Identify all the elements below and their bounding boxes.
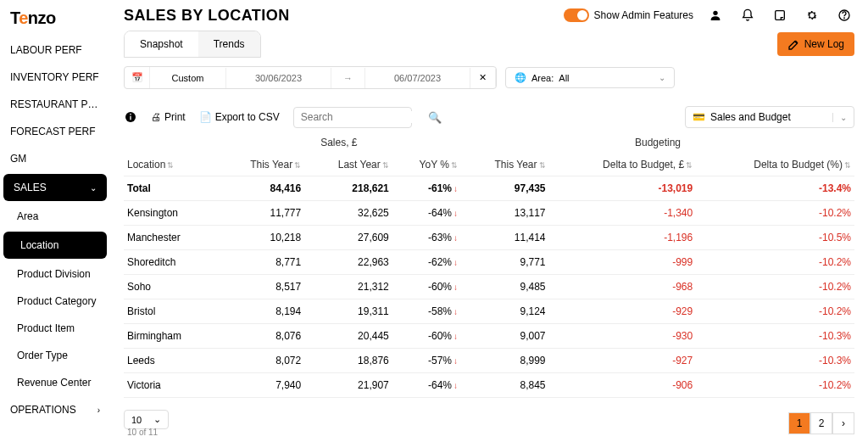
- cell: -1,340: [549, 201, 697, 226]
- column-header[interactable]: Location⇅: [124, 154, 217, 176]
- table-row: Victoria7,94021,907-64%↓8,845-906-10.2%: [124, 373, 854, 398]
- cell: -10.2%: [696, 275, 854, 299]
- next-page-button[interactable]: ›: [832, 412, 854, 434]
- nav-item[interactable]: RESTAURANT PER...: [0, 91, 110, 118]
- cell: 22,963: [304, 250, 392, 275]
- table-row: Shoreditch8,77122,963-62%↓9,771-999-10.2…: [124, 250, 854, 275]
- table-row: Birmingham8,07620,445-60%↓9,007-930-10.3…: [124, 324, 854, 349]
- cell: -58%↓: [392, 299, 461, 324]
- nav-sub-item[interactable]: Revenue Center: [0, 369, 110, 396]
- cell: 27,609: [304, 226, 392, 250]
- nav-sub-item[interactable]: Location: [3, 232, 107, 259]
- cell: 19,311: [304, 299, 392, 324]
- user-icon[interactable]: [705, 5, 726, 25]
- nav-sub-item[interactable]: Area: [0, 203, 110, 230]
- search-input[interactable]: 🔍: [293, 107, 412, 128]
- cell: -61%↓: [392, 176, 461, 201]
- svg-point-3: [844, 18, 845, 19]
- note-icon[interactable]: [770, 5, 790, 25]
- chevron-down-icon: ⌄: [90, 183, 97, 193]
- nav-sales[interactable]: SALES⌄: [3, 174, 107, 201]
- gear-icon[interactable]: [802, 5, 822, 25]
- tab[interactable]: Snapshot: [125, 31, 198, 57]
- cell: Manchester: [124, 226, 217, 250]
- cell: 6,878: [217, 398, 305, 406]
- cell: 21,312: [304, 275, 392, 299]
- chevron-down-icon: ⌄: [153, 414, 161, 425]
- column-header[interactable]: This Year⇅: [217, 154, 305, 176]
- nav-sub-item[interactable]: Product Division: [0, 260, 110, 288]
- cell: -906: [549, 373, 697, 398]
- nav-item[interactable]: INVENTORY PERF: [0, 64, 110, 91]
- print-button[interactable]: 🖨Print: [151, 111, 186, 123]
- search-icon: 🔍: [428, 111, 442, 124]
- data-table: Sales, £ Budgeting Location⇅This Year⇅La…: [110, 137, 868, 405]
- svg-rect-5: [130, 116, 131, 120]
- nav-sub-item[interactable]: Product Item: [0, 315, 110, 342]
- arrow-right-icon: →: [331, 68, 365, 88]
- page-button[interactable]: 2: [810, 412, 832, 434]
- logo: Tenzo: [0, 7, 110, 36]
- globe-icon: 🌐: [515, 72, 526, 83]
- cell: -64%↓: [392, 201, 461, 226]
- column-header[interactable]: Delta to Budget (%)⇅: [696, 154, 854, 176]
- new-log-button[interactable]: New Log: [777, 32, 854, 56]
- search-field[interactable]: [301, 111, 428, 123]
- cell: Victoria: [124, 373, 217, 398]
- table-row: Total84,416218,621-61%↓97,435-13,019-13.…: [124, 176, 854, 201]
- export-csv-button[interactable]: 📄Export to CSV: [199, 111, 280, 123]
- card-icon: 💳: [693, 111, 705, 123]
- cell: 8,771: [217, 250, 305, 275]
- cell: Shoreditch: [124, 250, 217, 275]
- cell: -10.2%: [696, 373, 854, 398]
- nav-sub-item[interactable]: Order Type: [0, 342, 110, 369]
- tab[interactable]: Trends: [198, 31, 260, 57]
- table-row: Kensington11,77732,625-64%↓13,117-1,340-…: [124, 201, 854, 226]
- chevron-down-icon: ⌄: [659, 73, 665, 82]
- row-count: 10 of 11: [127, 428, 169, 437]
- main: SALES BY LOCATION Show Admin Features Sn…: [110, 0, 868, 442]
- chevron-right-icon: ›: [97, 406, 100, 415]
- col-group-sales: Sales, £: [217, 137, 461, 154]
- cell: 18,876: [304, 349, 392, 373]
- cell: 21,907: [304, 373, 392, 398]
- info-icon[interactable]: [124, 110, 137, 124]
- area-filter[interactable]: 🌐 Area: All ⌄: [505, 67, 675, 88]
- nav-item[interactable]: FORECAST PERF: [0, 118, 110, 145]
- column-header[interactable]: YoY %⇅: [392, 154, 461, 176]
- table-row: Manchester10,21827,609-63%↓11,414-1,196-…: [124, 226, 854, 250]
- date-range-picker[interactable]: 📅 Custom 30/06/2023 → 06/07/2023 ✕: [124, 66, 497, 89]
- page-button[interactable]: 1: [788, 412, 810, 434]
- print-icon: 🖨: [151, 111, 161, 123]
- cell: Bristol: [124, 299, 217, 324]
- pagination: 12›: [788, 412, 854, 434]
- cell: -62%↓: [392, 250, 461, 275]
- cell: -63%↓: [392, 398, 461, 406]
- calendar-icon: 📅: [125, 67, 150, 88]
- clear-date-icon[interactable]: ✕: [470, 67, 496, 88]
- file-icon: 📄: [199, 111, 212, 123]
- cell: 8,999: [461, 349, 549, 373]
- admin-toggle[interactable]: Show Admin Features: [564, 8, 693, 22]
- bell-icon[interactable]: [737, 5, 758, 25]
- help-icon[interactable]: [834, 5, 854, 25]
- page-title: SALES BY LOCATION: [124, 7, 552, 25]
- cell: Leeds: [124, 349, 217, 373]
- cell: 97,435: [461, 176, 549, 201]
- column-header[interactable]: This Year⇅: [461, 154, 549, 176]
- nav-operations[interactable]: OPERATIONS›: [0, 396, 110, 423]
- column-header[interactable]: Last Year⇅: [304, 154, 392, 176]
- cell: 10,218: [217, 226, 305, 250]
- column-header[interactable]: Delta to Budget, £⇅: [549, 154, 697, 176]
- cell: -1,196: [549, 226, 697, 250]
- cell: -63%↓: [392, 226, 461, 250]
- page-size-select[interactable]: 10⌄: [124, 410, 169, 429]
- nav-item[interactable]: GM: [0, 145, 110, 172]
- nav-sub-item[interactable]: Product Category: [0, 288, 110, 315]
- budget-dropdown[interactable]: 💳 Sales and Budget ⌄: [685, 106, 854, 128]
- nav-item[interactable]: LABOUR PERF: [0, 36, 110, 64]
- col-group-budget: Budgeting: [461, 137, 854, 154]
- table-row: Soho8,51721,312-60%↓9,485-968-10.2%: [124, 275, 854, 299]
- cell: -802: [549, 398, 697, 406]
- cell: -10.3%: [696, 349, 854, 373]
